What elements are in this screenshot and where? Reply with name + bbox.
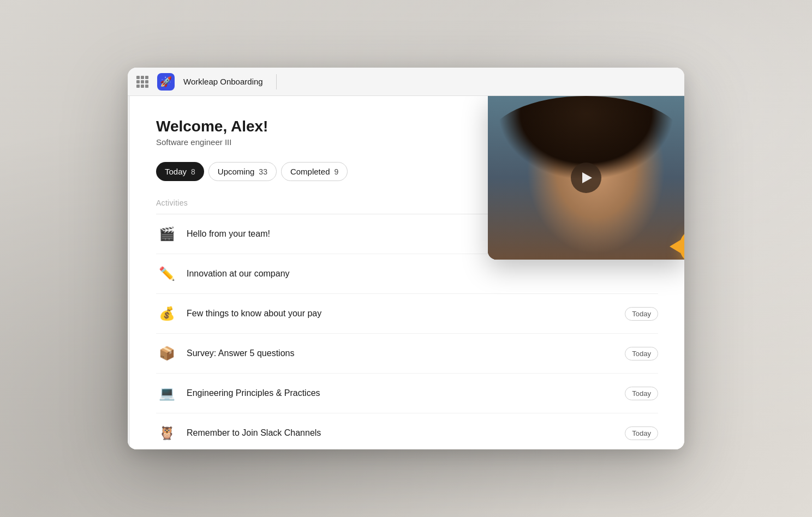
app-title: Workleap Onboarding: [183, 77, 263, 86]
video-overlay[interactable]: 🧑 Employee: [488, 96, 684, 260]
tab-completed[interactable]: Completed 9: [281, 162, 348, 181]
app-logo: 🚀: [157, 73, 175, 91]
grid-icon[interactable]: [136, 76, 148, 88]
activity-badge-6: Today: [625, 426, 658, 440]
tab-today-label: Today: [165, 167, 187, 176]
tab-today-count: 8: [191, 167, 195, 176]
activity-name-3: Few things to know about your pay: [187, 309, 616, 318]
play-button[interactable]: [571, 163, 601, 193]
tab-completed-count: 9: [334, 167, 338, 176]
header-divider: [276, 74, 277, 89]
main-content: Welcome, Alex! Software engineer III Tod…: [128, 96, 684, 449]
activity-icon-5: 💻: [156, 382, 178, 404]
activity-item-4[interactable]: 📦 Survey: Answer 5 questions Today: [156, 334, 658, 374]
activity-item-5[interactable]: 💻 Engineering Principles & Practices Tod…: [156, 374, 658, 413]
browser-window: 🚀 Workleap Onboarding Welcome, Alex! Sof…: [128, 68, 684, 449]
tab-today[interactable]: Today 8: [156, 162, 204, 181]
activity-item-6[interactable]: 🦉 Remember to Join Slack Channels Today: [156, 413, 658, 449]
tab-upcoming-count: 33: [259, 167, 267, 176]
play-icon: [582, 172, 592, 183]
activity-badge-3: Today: [625, 307, 658, 321]
tab-upcoming[interactable]: Upcoming 33: [208, 162, 277, 181]
tab-upcoming-label: Upcoming: [218, 167, 255, 176]
activity-name-6: Remember to Join Slack Channels: [187, 428, 616, 438]
activity-icon-6: 🦉: [156, 422, 178, 444]
activity-name-4: Survey: Answer 5 questions: [187, 348, 616, 358]
top-bar: 🚀 Workleap Onboarding: [128, 68, 684, 96]
activity-icon-2: ✏️: [156, 263, 178, 285]
activity-name-2: Innovation at our company: [187, 269, 658, 279]
activity-badge-5: Today: [625, 387, 658, 400]
activity-item-3[interactable]: 💰 Few things to know about your pay Toda…: [156, 294, 658, 334]
activity-item-2[interactable]: ✏️ Innovation at our company: [156, 254, 658, 294]
activity-icon-1: 🎬: [156, 223, 178, 245]
activity-icon-3: 💰: [156, 303, 178, 324]
activity-icon-4: 📦: [156, 342, 178, 364]
activity-name-5: Engineering Principles & Practices: [187, 388, 616, 398]
activity-badge-4: Today: [625, 347, 658, 360]
video-thumbnail: [488, 96, 684, 260]
tab-completed-label: Completed: [290, 167, 330, 176]
